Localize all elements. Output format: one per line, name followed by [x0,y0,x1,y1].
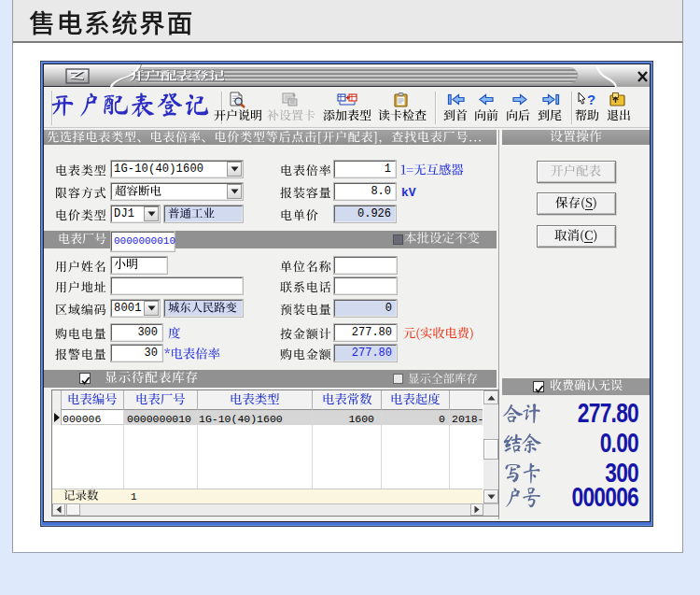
svg-text:?: ? [587,92,595,107]
